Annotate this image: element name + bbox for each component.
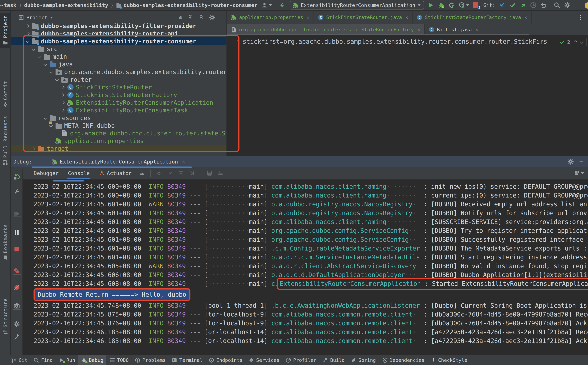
statusbar-item-endpoints[interactable]: Endpoints — [205, 355, 246, 365]
close-icon[interactable]: × — [417, 27, 420, 33]
tab-options-icon[interactable]: ⋮ — [573, 11, 588, 24]
statusbar-item-run[interactable]: Run — [56, 355, 78, 365]
statusbar-item-problems[interactable]: Problems — [132, 355, 169, 365]
debug-settings-button[interactable] — [567, 158, 574, 165]
statusbar-item-checkstyle[interactable]: CheckStyle — [427, 355, 470, 365]
resume-button[interactable] — [13, 210, 20, 217]
tree-row[interactable]: resources — [11, 114, 227, 122]
chevron-down-icon[interactable] — [55, 78, 58, 81]
tree-row[interactable]: CExtensibilityRouterConsumerTask — [11, 106, 227, 114]
tree-row[interactable]: META-INF.dubbo — [11, 122, 227, 129]
mute-breakpoints-button[interactable] — [13, 284, 20, 291]
chevron-down-icon[interactable] — [43, 62, 47, 66]
next-problem-button[interactable] — [580, 40, 584, 44]
chevron-down-icon[interactable] — [49, 124, 53, 127]
chevron-down-icon[interactable] — [26, 39, 29, 43]
stop-button[interactable]: 2 — [473, 2, 478, 8]
hide-debug-button[interactable]: — — [580, 158, 583, 165]
editor-tab[interactable]: application.properties× — [227, 11, 314, 24]
step-out-button[interactable] — [178, 170, 184, 176]
breadcrumb-project[interactable]: dubbo-samples-extensibility — [24, 2, 108, 8]
tree-row[interactable]: src — [11, 45, 227, 53]
sidebar-item-commit[interactable]: Commit — [0, 78, 11, 110]
run-configuration-select[interactable]: ExtensibilityRouterConsumerApplication — [290, 1, 424, 9]
edit-configuration-button[interactable] — [13, 189, 20, 195]
close-icon[interactable]: × — [306, 14, 310, 20]
close-icon[interactable]: × — [405, 14, 408, 20]
git-update-button[interactable] — [499, 2, 506, 8]
thread-dump-button[interactable] — [13, 302, 20, 309]
rollback-button[interactable] — [540, 2, 547, 8]
debug-tab-console[interactable]: Console — [63, 167, 94, 179]
close-icon[interactable]: × — [475, 27, 478, 33]
run-button[interactable] — [428, 2, 434, 8]
history-icon[interactable] — [530, 2, 537, 8]
sidebar-item-project[interactable]: Project — [0, 13, 11, 48]
collapse-all-button[interactable] — [198, 14, 205, 21]
chevron-down-icon[interactable] — [37, 55, 41, 58]
console-options-button[interactable] — [139, 170, 145, 176]
chevron-down-icon[interactable] — [49, 70, 53, 73]
project-view-selector[interactable]: Project — [26, 15, 47, 21]
sidebar-item-bookmarks[interactable]: Bookmarks — [0, 222, 11, 263]
editor-tab[interactable]: CStickFirstStateRouterFactory.java× — [413, 11, 532, 24]
tree-row[interactable]: dubbo-samples-extensibility-router-api — [11, 30, 227, 37]
profiler-button[interactable] — [459, 2, 465, 8]
debug-session-tab[interactable]: ExtensibilityRouterConsumerApplication × — [52, 159, 185, 165]
tree-row[interactable]: java — [11, 60, 227, 68]
chevron-right-icon[interactable] — [32, 147, 35, 150]
statusbar-item-todo[interactable]: TODO — [106, 355, 132, 365]
settings-button[interactable] — [564, 2, 571, 8]
view-breakpoints-button[interactable] — [13, 267, 20, 274]
statusbar-item-spring[interactable]: Spring — [348, 355, 379, 365]
run-with-coverage-button[interactable] — [448, 2, 455, 8]
editor-tab[interactable]: CBitList.java× — [425, 24, 483, 35]
tree-row[interactable]: router — [11, 76, 227, 83]
close-icon[interactable]: × — [182, 159, 185, 165]
breadcrumb-module[interactable]: dubbo-samples-extensibility-router-consu… — [124, 2, 257, 8]
restore-layout-button[interactable] — [574, 170, 580, 176]
user-icon[interactable] — [261, 2, 268, 8]
pin-tab-button[interactable] — [13, 333, 20, 340]
inspection-widget[interactable]: 2 — [560, 38, 587, 46]
chevron-right-icon[interactable] — [61, 93, 64, 97]
sidebar-item-structure[interactable]: Structure — [0, 296, 11, 337]
chevron-down-icon[interactable] — [43, 116, 47, 119]
sidebar-item-pull-requests[interactable]: Pull Requests — [0, 113, 11, 168]
step-over-button[interactable] — [156, 170, 162, 176]
console-hscrollbar[interactable] — [53, 180, 84, 182]
code-line[interactable]: stickfirst=org.apache.dubbo.samples.exte… — [243, 38, 566, 45]
statusbar-item-profiler[interactable]: Profiler — [283, 355, 319, 365]
tree-row[interactable]: dubbo-samples-extensibility-router-consu… — [11, 37, 227, 45]
statusbar-item-dependencies[interactable]: Dependencies — [379, 355, 428, 365]
chevron-right-icon[interactable] — [26, 32, 29, 35]
debug-button[interactable] — [438, 2, 445, 8]
hide-panel-button[interactable]: — — [220, 15, 223, 20]
chevron-right-icon[interactable] — [26, 24, 29, 28]
editor-tab[interactable]: CStickFirstStateRouter.java× — [314, 11, 413, 24]
tree-row[interactable]: CStickFirstStateRouter — [11, 83, 227, 91]
step-into-button[interactable] — [167, 170, 173, 176]
tree-row[interactable]: target — [11, 145, 227, 152]
rerun-button[interactable] — [13, 174, 20, 180]
debugger-settings-button[interactable] — [13, 321, 20, 328]
prev-problem-button[interactable] — [574, 40, 577, 44]
debug-console[interactable]: 2023-02-16T22:34:45.600+08:00 INFO 80349… — [23, 180, 588, 355]
debug-tab-actuator[interactable]: Actuator — [94, 167, 136, 179]
chevron-right-icon[interactable] — [61, 85, 64, 89]
statusbar-item-debug[interactable]: Debug — [78, 355, 106, 365]
tree-row[interactable]: dubbo-samples-extensibility-filter-provi… — [11, 22, 227, 30]
layout-settings-button[interactable] — [218, 170, 223, 176]
close-icon[interactable]: × — [524, 14, 527, 20]
chevron-right-icon[interactable] — [61, 108, 64, 112]
tree-row[interactable]: org.apache.dubbo.samples.extensibility.r… — [11, 68, 227, 76]
panel-settings-button[interactable] — [209, 14, 215, 21]
editor-body[interactable]: 1 stickfirst=org.apache.dubbo.samples.ex… — [227, 35, 588, 156]
tree-row[interactable]: application.properties — [11, 137, 227, 145]
statusbar-item-services[interactable]: Services — [246, 355, 283, 365]
notification-badge[interactable] — [585, 2, 588, 9]
tree-row[interactable]: CStickFirstStateRouterFactory — [11, 91, 227, 99]
statusbar-item-terminal[interactable]: Terminal — [169, 355, 205, 365]
chevron-down-icon[interactable] — [32, 47, 35, 50]
run-to-cursor-button[interactable] — [189, 170, 195, 176]
